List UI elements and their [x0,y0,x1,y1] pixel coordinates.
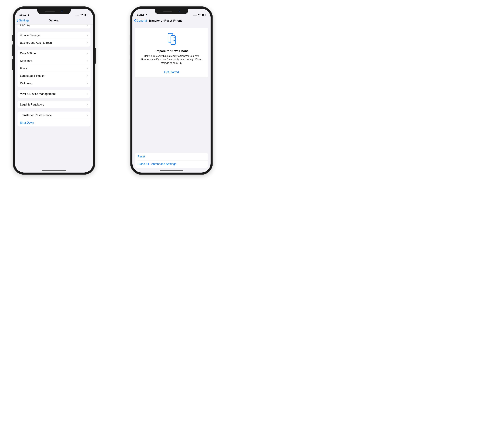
svg-point-17 [172,42,172,42]
svg-point-19 [174,42,175,42]
chevron-right-icon [87,75,88,77]
location-icon [145,14,147,16]
settings-row-date-time[interactable]: Date & Time [18,50,90,57]
home-indicator[interactable] [160,171,183,171]
svg-point-8 [172,37,172,38]
svg-rect-2 [88,15,89,15]
chevron-right-icon [87,60,88,62]
settings-row-shut-down[interactable]: Shut Down [18,119,90,127]
back-label: General [137,19,147,22]
chevron-right-icon [87,42,88,44]
two-phones-icon [165,32,178,45]
nav-bar: General Transfer or Reset iPhone [132,17,210,24]
svg-rect-5 [206,15,206,15]
row-label: Date & Time [20,52,87,55]
chevron-right-icon [87,114,88,116]
svg-point-12 [173,39,174,39]
settings-row-keyboard[interactable]: Keyboard [18,57,90,65]
home-indicator[interactable] [42,171,66,171]
paging-dots-icon [193,13,197,17]
chevron-left-icon [134,19,136,22]
row-label: Shut Down [20,121,88,124]
transfer-reset-content[interactable]: Prepare for New iPhone Make sure everyth… [132,24,210,172]
svg-point-15 [173,40,174,41]
row-label: Reset [138,155,205,158]
notch [37,9,71,14]
back-button[interactable]: Settings [17,19,29,22]
settings-row-iphone-storage[interactable]: iPhone Storage [18,32,90,39]
wifi-icon [198,14,201,16]
row-label: iPhone Storage [20,34,87,37]
row-label: Dictionary [20,82,87,85]
status-time: 11:12 [137,13,144,17]
card-heading: Prepare for New iPhone [138,49,204,53]
settings-row-vpn-device-management[interactable]: VPN & Device Management [18,90,90,98]
row-label: Background App Refresh [20,41,87,44]
prepare-card: Prepare for New iPhone Make sure everyth… [135,28,208,77]
get-started-button[interactable]: Get Started [138,71,204,74]
location-icon [27,14,30,16]
status-time: 11:12 [19,13,26,17]
chevron-right-icon [87,82,88,85]
scroll-indicator[interactable] [92,61,92,86]
row-label: VPN & Device Management [20,92,87,96]
settings-row-dictionary[interactable]: Dictionary [18,80,90,87]
chevron-right-icon [87,93,88,95]
back-button[interactable]: General [134,19,147,22]
settings-row-carplay[interactable]: CarPlay [18,24,90,28]
svg-point-11 [172,39,172,39]
wifi-icon [80,14,83,16]
settings-row-transfer-or-reset[interactable]: Transfer or Reset iPhone [18,111,90,119]
nav-bar: Settings General [15,17,93,24]
settings-row-fonts[interactable]: Fonts [18,65,90,72]
phone-mockup-general: 11:12 Settings General CarPlay [13,6,95,175]
svg-point-9 [173,37,174,38]
chevron-right-icon [87,104,88,106]
chevron-right-icon [87,67,88,70]
svg-point-13 [174,39,175,39]
battery-icon [84,14,89,16]
svg-point-18 [173,42,174,42]
chevron-right-icon [87,34,88,37]
phone-mockup-transfer-reset: 11:12 General Transfer or Reset iPhone [130,6,213,175]
row-label: Language & Region [20,74,87,78]
back-label: Settings [19,19,29,22]
row-label: Keyboard [20,59,87,63]
settings-general-content[interactable]: CarPlay iPhone Storage Background App Re… [15,24,93,172]
paging-dots-icon [76,13,79,17]
erase-all-button[interactable]: Erase All Content and Settings [135,160,208,168]
row-label: Erase All Content and Settings [138,162,205,166]
notch [155,9,188,14]
nav-title: Transfer or Reset iPhone [149,19,182,22]
svg-point-14 [172,40,172,41]
battery-icon [202,14,206,16]
row-label: Fonts [20,67,87,70]
chevron-right-icon [87,52,88,55]
chevron-right-icon [87,24,88,26]
screen-general: 11:12 Settings General CarPlay [15,9,93,172]
svg-point-16 [174,40,175,41]
row-label: Legal & Regulatory [20,103,87,106]
svg-rect-7 [171,36,176,44]
row-label: Transfer or Reset iPhone [20,114,87,117]
card-body: Make sure everything's ready to transfer… [139,54,204,65]
row-label: CarPlay [20,24,87,27]
settings-row-language-region[interactable]: Language & Region [18,72,90,80]
settings-row-legal-regulatory[interactable]: Legal & Regulatory [18,101,90,108]
chevron-left-icon [17,19,19,22]
screen-transfer-reset: 11:12 General Transfer or Reset iPhone [132,9,210,172]
reset-button[interactable]: Reset [135,153,208,160]
settings-row-background-app-refresh[interactable]: Background App Refresh [18,39,90,47]
svg-rect-1 [85,14,86,16]
svg-point-10 [174,37,175,38]
svg-rect-4 [202,14,204,16]
